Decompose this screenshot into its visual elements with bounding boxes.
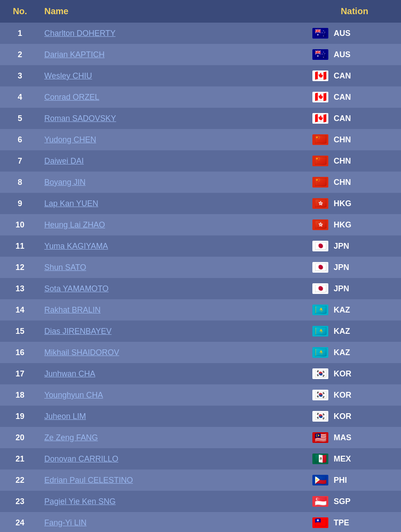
row-number: 15	[0, 321, 40, 342]
nation-code: TPE	[334, 518, 349, 528]
nation-code: MEX	[334, 454, 351, 464]
table-row: 22Edrian Paul CELESTINOPHI	[0, 469, 401, 491]
table-row: 24Fang-Yi LINTPE	[0, 512, 401, 532]
row-number: 18	[0, 384, 40, 406]
flag-chn-icon	[312, 177, 328, 188]
row-nation: CHN	[308, 172, 401, 193]
flag-can-icon	[312, 113, 328, 124]
row-name[interactable]: Shun SATO	[40, 257, 308, 278]
nation-code: CAN	[334, 114, 351, 123]
flag-can-icon	[312, 70, 328, 81]
row-number: 24	[0, 512, 40, 532]
flag-kor-icon	[312, 411, 328, 422]
row-nation: AUS	[308, 44, 401, 65]
row-nation: CAN	[308, 86, 401, 108]
row-number: 12	[0, 257, 40, 278]
nation-code: SGP	[334, 497, 350, 506]
flag-kor-icon	[312, 390, 328, 400]
row-name[interactable]: Edrian Paul CELESTINO	[40, 469, 308, 491]
flag-aus-icon	[312, 49, 328, 60]
row-name[interactable]: Mikhail SHAIDOROV	[40, 342, 308, 363]
row-name[interactable]: Sota YAMAMOTO	[40, 278, 308, 299]
table-row: 16Mikhail SHAIDOROVKAZ	[0, 342, 401, 363]
nation-code: AUS	[334, 50, 350, 59]
row-nation: MEX	[308, 448, 401, 469]
row-name[interactable]: Juheon LIM	[40, 406, 308, 427]
row-nation: JPN	[308, 235, 401, 257]
row-name[interactable]: Ze Zeng FANG	[40, 427, 308, 448]
row-name[interactable]: Roman SADOVSKY	[40, 108, 308, 129]
row-number: 6	[0, 129, 40, 150]
row-name[interactable]: Junhwan CHA	[40, 363, 308, 384]
row-number: 1	[0, 23, 40, 44]
flag-chn-icon	[312, 134, 328, 145]
nation-code: KOR	[334, 369, 351, 379]
flag-jpn-icon	[312, 283, 328, 294]
nation-code: CHN	[334, 178, 351, 187]
table-row: 7Daiwei DAICHN	[0, 150, 401, 172]
row-name[interactable]: Pagiel Yie Ken SNG	[40, 491, 308, 512]
flag-hkg-icon	[312, 219, 328, 230]
table-row: 21Donovan CARRILLOMEX	[0, 448, 401, 469]
row-number: 8	[0, 172, 40, 193]
flag-tpe-icon	[312, 517, 328, 528]
row-number: 23	[0, 491, 40, 512]
nation-code: HKG	[334, 220, 351, 230]
row-nation: JPN	[308, 278, 401, 299]
name-header: Name	[40, 0, 308, 23]
row-name[interactable]: Donovan CARRILLO	[40, 448, 308, 469]
row-nation: CHN	[308, 129, 401, 150]
row-name[interactable]: Wesley CHIU	[40, 65, 308, 86]
table-row: 18Younghyun CHAKOR	[0, 384, 401, 406]
row-name[interactable]: Conrad ORZEL	[40, 86, 308, 108]
row-name[interactable]: Boyang JIN	[40, 172, 308, 193]
row-nation: KAZ	[308, 321, 401, 342]
nation-code: HKG	[334, 199, 351, 208]
flag-sgp-icon	[312, 496, 328, 507]
row-nation: KAZ	[308, 299, 401, 321]
row-name[interactable]: Daiwei DAI	[40, 150, 308, 172]
nation-code: JPN	[334, 263, 349, 272]
row-nation: KOR	[308, 406, 401, 427]
row-nation: TPE	[308, 512, 401, 532]
nation-code: CAN	[334, 93, 351, 102]
row-name[interactable]: Yudong CHEN	[40, 129, 308, 150]
table-row: 14Rakhat BRALINKAZ	[0, 299, 401, 321]
row-number: 14	[0, 299, 40, 321]
row-number: 5	[0, 108, 40, 129]
row-number: 20	[0, 427, 40, 448]
nation-code: JPN	[334, 242, 349, 251]
table-row: 1Charlton DOHERTYAUS	[0, 23, 401, 44]
row-name[interactable]: Lap Kan YUEN	[40, 193, 308, 214]
nation-code: PHI	[334, 476, 347, 485]
nation-code: AUS	[334, 29, 350, 38]
table-row: 15Dias JIRENBAYEVKAZ	[0, 321, 401, 342]
row-name[interactable]: Rakhat BRALIN	[40, 299, 308, 321]
table-row: 12Shun SATOJPN	[0, 257, 401, 278]
flag-jpn-icon	[312, 241, 328, 251]
row-nation: JPN	[308, 257, 401, 278]
row-name[interactable]: Darian KAPTICH	[40, 44, 308, 65]
row-number: 21	[0, 448, 40, 469]
row-name[interactable]: Yuma KAGIYAMA	[40, 235, 308, 257]
row-name[interactable]: Fang-Yi LIN	[40, 512, 308, 532]
nation-code: KAZ	[334, 348, 350, 357]
row-nation: KOR	[308, 384, 401, 406]
table-row: 20Ze Zeng FANGMAS	[0, 427, 401, 448]
flag-hkg-icon	[312, 198, 328, 209]
row-number: 3	[0, 65, 40, 86]
row-nation: MAS	[308, 427, 401, 448]
flag-kor-icon	[312, 368, 328, 379]
row-name[interactable]: Charlton DOHERTY	[40, 23, 308, 44]
nation-code: MAS	[334, 433, 351, 442]
row-nation: PHI	[308, 469, 401, 491]
row-name[interactable]: Heung Lai ZHAO	[40, 214, 308, 235]
row-name[interactable]: Dias JIRENBAYEV	[40, 321, 308, 342]
row-name[interactable]: Younghyun CHA	[40, 384, 308, 406]
nation-code: KAZ	[334, 305, 350, 315]
row-number: 9	[0, 193, 40, 214]
row-nation: SGP	[308, 491, 401, 512]
flag-kaz-icon	[312, 326, 328, 336]
table-row: 2Darian KAPTICHAUS	[0, 44, 401, 65]
row-number: 17	[0, 363, 40, 384]
